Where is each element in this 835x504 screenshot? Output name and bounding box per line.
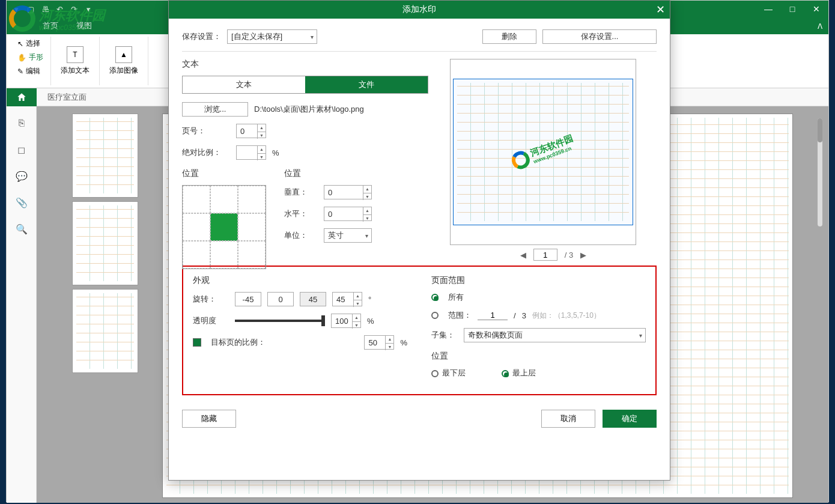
preview-prev-icon[interactable]: ◀ — [520, 250, 526, 260]
hand-tool[interactable]: ✋手形 — [15, 50, 46, 64]
page-number-label: 页号： — [182, 126, 230, 136]
dialog-title: 添加水印 — [402, 4, 436, 15]
document-tab[interactable]: 医疗室立面 — [37, 92, 97, 103]
vertical-spinner[interactable]: 0▲▼ — [324, 185, 372, 199]
attachment-icon[interactable]: 📎 — [16, 196, 28, 208]
subset-label: 子集： — [431, 330, 458, 341]
unit-select[interactable]: 英寸 — [324, 228, 372, 243]
undo-icon[interactable]: ↶ — [55, 4, 64, 14]
target-ratio-spinner[interactable]: 50▲▼ — [364, 335, 394, 350]
browse-button[interactable]: 浏览... — [182, 102, 248, 117]
clipboard-icon[interactable]: ⎘ — [16, 117, 28, 129]
home-icon — [16, 92, 27, 103]
rotate-spinner[interactable]: 45▲▼ — [332, 292, 362, 306]
unit-label: 单位： — [284, 230, 318, 241]
minimize-button[interactable]: — — [756, 1, 780, 17]
preview-page-input[interactable] — [533, 249, 557, 261]
abs-ratio-spinner[interactable]: ▲▼ — [236, 145, 266, 160]
vertical-scrollbar[interactable] — [818, 118, 822, 226]
rotate-45-button[interactable]: 45 — [300, 292, 326, 306]
pencil-icon: ✎ — [17, 67, 23, 76]
file-path-text: D:\tools\桌面\图片素材\logo.png — [254, 104, 364, 115]
save-settings-select[interactable]: [自定义未保存] — [227, 29, 317, 44]
ribbon-tab-view[interactable]: 视图 — [76, 20, 92, 31]
page-thumbnail[interactable] — [72, 201, 138, 285]
bookmark-icon[interactable]: ◻ — [16, 144, 28, 156]
page-thumbnail[interactable] — [72, 289, 138, 373]
edit-tool[interactable]: ✎编辑 — [15, 64, 46, 78]
position-grid-title: 位置 — [182, 168, 266, 179]
vertical-label: 垂直： — [284, 187, 318, 198]
save-settings-button[interactable]: 保存设置... — [542, 29, 657, 44]
range-label: 范围： — [448, 310, 472, 321]
redo-icon[interactable]: ↷ — [69, 4, 79, 14]
close-window-button[interactable]: ✕ — [804, 1, 828, 17]
page-range-section-title: 页面范围 — [431, 275, 646, 286]
add-watermark-dialog: 添加水印 ✕ 保存设置： [自定义未保存] 删除 保存设置... 文本 文本 文… — [168, 0, 670, 481]
z-position-section-title: 位置 — [431, 351, 646, 362]
comment-icon[interactable]: 💬 — [16, 170, 28, 182]
target-ratio-unit: % — [400, 338, 407, 347]
text-box-icon: T — [67, 46, 84, 63]
z-top-label: 最上层 — [512, 368, 536, 377]
hand-icon: ✋ — [17, 53, 26, 62]
target-ratio-checkbox[interactable] — [193, 338, 201, 347]
tab-file[interactable]: 文件 — [305, 76, 428, 93]
dialog-close-button[interactable]: ✕ — [656, 3, 665, 16]
hide-button[interactable]: 隐藏 — [182, 410, 236, 428]
z-top-radio[interactable] — [502, 370, 509, 377]
range-all-radio[interactable] — [431, 294, 439, 301]
home-tab-button[interactable] — [7, 88, 37, 106]
opacity-unit: % — [367, 317, 374, 326]
preview-next-icon[interactable]: ▶ — [580, 250, 586, 260]
add-text-button[interactable]: T 添加文本 — [51, 37, 100, 85]
ok-button[interactable]: 确定 — [603, 410, 657, 428]
horizontal-label: 水平： — [284, 208, 318, 219]
save-settings-label: 保存设置： — [182, 31, 221, 42]
dialog-title-bar: 添加水印 ✕ — [169, 1, 670, 19]
abs-ratio-unit: % — [272, 148, 279, 157]
preview-page: 河东软件园 www.pc0359.cn — [453, 79, 633, 225]
abs-ratio-label: 绝对比例： — [182, 147, 230, 158]
tab-text[interactable]: 文本 — [183, 76, 305, 93]
cancel-button[interactable]: 取消 — [541, 410, 595, 428]
z-bottom-label: 最下层 — [442, 368, 466, 377]
page-number-spinner[interactable]: 0▲▼ — [236, 124, 266, 138]
print-icon[interactable]: 🖶 — [40, 4, 50, 14]
delete-button[interactable]: 删除 — [482, 29, 536, 44]
rotate-unit: ° — [368, 295, 371, 304]
rotate-neg45-button[interactable]: -45 — [235, 292, 261, 306]
opacity-spinner[interactable]: 100▲▼ — [331, 314, 361, 328]
position-grid-center[interactable] — [210, 213, 238, 241]
range-all-label: 所有 — [448, 292, 464, 303]
z-bottom-radio[interactable] — [431, 370, 439, 377]
position-grid[interactable] — [182, 185, 266, 269]
opacity-label: 透明度 — [193, 315, 229, 326]
range-from-input[interactable] — [478, 311, 508, 320]
subset-select[interactable]: 奇数和偶数页面 — [464, 328, 646, 342]
position-offset-title: 位置 — [284, 168, 428, 179]
range-example-text: 例如：（1,3,5,7-10） — [532, 311, 601, 321]
range-custom-radio[interactable] — [431, 312, 439, 319]
page-thumbnail[interactable] — [72, 114, 138, 198]
select-tool[interactable]: ↖选择 — [15, 37, 46, 50]
ribbon-tab-home[interactable]: 首页 — [43, 20, 58, 31]
appearance-section-title: 外观 — [193, 275, 407, 286]
qat-icon-1[interactable]: ▾ — [11, 4, 21, 14]
horizontal-spinner[interactable]: 0▲▼ — [324, 207, 372, 221]
range-separator: / — [514, 311, 516, 320]
add-image-button[interactable]: ▲ 添加图像 — [100, 37, 148, 85]
ribbon-collapse-icon[interactable]: ᐱ — [818, 22, 822, 31]
maximize-button[interactable]: □ — [780, 1, 804, 17]
rotate-0-button[interactable]: 0 — [267, 292, 294, 306]
preview-page-total: / 3 — [565, 250, 573, 260]
cursor-icon: ↖ — [17, 40, 23, 48]
text-section-title: 文本 — [182, 59, 428, 70]
range-to-text: 3 — [522, 311, 526, 320]
search-icon[interactable]: 🔍 — [16, 223, 28, 235]
qat-icon-2[interactable]: ▢ — [26, 4, 35, 14]
qat-dropdown-icon[interactable]: ▾ — [84, 4, 93, 14]
target-ratio-label: 目标页的比例： — [211, 337, 277, 348]
opacity-slider[interactable] — [235, 320, 325, 322]
picture-icon: ▲ — [115, 46, 132, 63]
